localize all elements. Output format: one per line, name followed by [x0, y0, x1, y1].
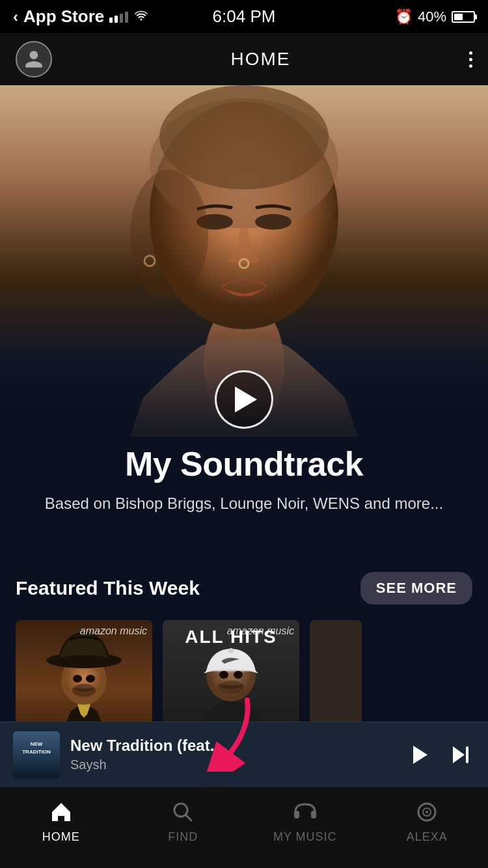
hero-subtitle: Based on Bishop Briggs, Lounge Noir, WEN… [45, 493, 443, 515]
svg-point-9 [130, 170, 208, 300]
svg-rect-36 [311, 811, 316, 819]
nav-item-find[interactable]: FIND [122, 799, 245, 844]
hero-section: My Soundtrack Based on Bishop Briggs, Lo… [0, 85, 488, 554]
status-right: ⏰ 40% [395, 8, 475, 25]
svg-point-25 [218, 681, 244, 694]
alarm-icon: ⏰ [395, 8, 413, 25]
svg-point-15 [73, 675, 82, 683]
amazon-badge-1: amazon music [80, 625, 147, 637]
svg-point-24 [234, 671, 243, 679]
hero-play-button[interactable] [215, 370, 273, 429]
now-playing-artwork: NEW TRADITION [13, 731, 60, 778]
svg-point-39 [426, 811, 428, 813]
now-playing-art-image: NEW TRADITION [13, 731, 60, 778]
nav-item-alexa[interactable]: ALEXA [366, 799, 489, 844]
now-playing-title: New Tradition (feat.... [70, 737, 394, 755]
battery-percentage: 40% [418, 8, 446, 25]
now-playing-play-button[interactable] [405, 740, 433, 769]
now-playing-info: New Tradition (feat.... Saysh [70, 737, 394, 772]
svg-text:TRADITION: TRADITION [22, 749, 51, 755]
nav-item-home[interactable]: HOME [0, 799, 122, 844]
status-left: ‹ App Store [13, 7, 149, 27]
nav-label-find: FIND [168, 830, 198, 844]
svg-rect-29 [13, 731, 60, 778]
person-icon [23, 49, 44, 70]
find-icon [170, 799, 196, 825]
play-icon [235, 387, 257, 413]
svg-point-6 [255, 214, 291, 230]
now-playing-controls [405, 740, 475, 769]
svg-point-17 [72, 684, 96, 697]
status-time: 6:04 PM [213, 7, 276, 27]
svg-point-14 [56, 655, 112, 666]
see-more-button[interactable]: SEE MORE [360, 572, 472, 604]
hero-content: My Soundtrack Based on Bishop Briggs, Lo… [0, 370, 488, 515]
hero-title: My Soundtrack [125, 444, 363, 483]
play-icon-small [413, 746, 427, 764]
nav-label-alexa: ALEXA [407, 830, 448, 844]
more-options-button[interactable] [469, 51, 472, 68]
section-header: Featured This Week SEE MORE [16, 572, 472, 604]
mymusic-icon [292, 799, 318, 825]
svg-point-4 [159, 85, 329, 189]
amazon-badge-2: amazon music [227, 625, 294, 637]
alexa-icon [414, 799, 440, 825]
home-icon [48, 799, 74, 825]
carrier-label: App Store [23, 7, 104, 27]
back-arrow-icon: ‹ [13, 8, 18, 26]
svg-point-23 [219, 671, 228, 679]
now-playing-skip-button[interactable] [446, 740, 475, 769]
bottom-nav: HOME FIND MY MUSIC [0, 787, 488, 868]
svg-text:NEW: NEW [31, 741, 43, 747]
status-bar: ‹ App Store 6:04 PM ⏰ 40% [0, 0, 488, 33]
svg-point-22 [228, 648, 234, 653]
now-playing-bar[interactable]: NEW TRADITION New Tradition (feat.... Sa… [0, 722, 488, 787]
svg-point-16 [86, 675, 95, 683]
battery-icon [452, 11, 475, 23]
signal-bars-icon [109, 11, 128, 23]
nav-label-mymusic: MY MUSIC [273, 830, 337, 844]
skip-forward-icon [453, 746, 468, 763]
section-title: Featured This Week [16, 577, 200, 599]
svg-rect-35 [294, 811, 299, 819]
nav-label-home: HOME [42, 830, 80, 844]
page-title: HOME [231, 49, 291, 70]
profile-avatar[interactable] [16, 41, 52, 77]
now-playing-artist: Saysh [70, 757, 394, 772]
wifi-icon [133, 9, 149, 24]
nav-header: HOME [0, 33, 488, 85]
svg-line-34 [185, 815, 191, 821]
nav-item-mymusic[interactable]: MY MUSIC [244, 799, 366, 844]
